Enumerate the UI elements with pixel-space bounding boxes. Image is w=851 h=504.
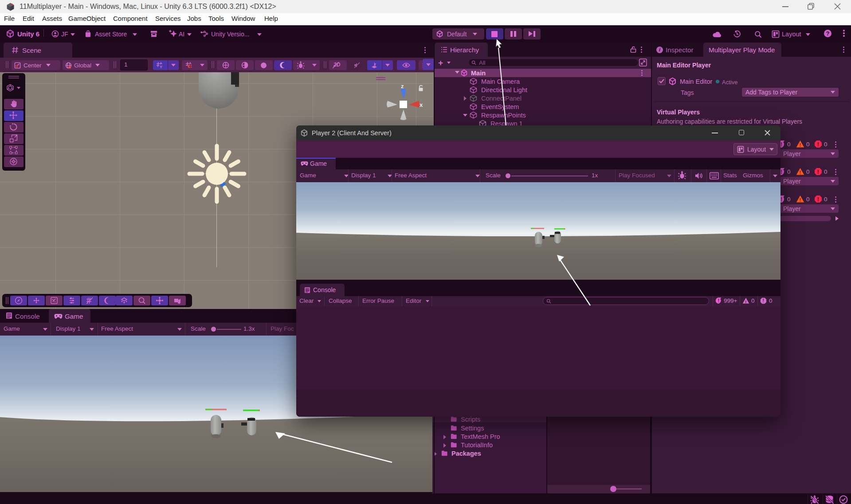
svg-text:!: !	[780, 169, 782, 175]
svg-text:!: !	[780, 141, 782, 148]
svg-text:!: !	[799, 170, 801, 175]
svg-text:!: !	[763, 298, 764, 303]
svg-text:x: x	[420, 102, 423, 108]
svg-text:!: !	[799, 197, 801, 203]
svg-text:!: !	[780, 196, 782, 203]
svg-text:!: !	[718, 298, 719, 303]
svg-text:!: !	[799, 142, 801, 148]
svg-text:Y: Y	[160, 65, 162, 69]
svg-text:!: !	[817, 196, 819, 203]
svg-text:z: z	[401, 83, 404, 90]
svg-text:!: !	[817, 141, 819, 148]
svg-text:!: !	[817, 169, 819, 175]
svg-text:!: !	[745, 300, 746, 304]
